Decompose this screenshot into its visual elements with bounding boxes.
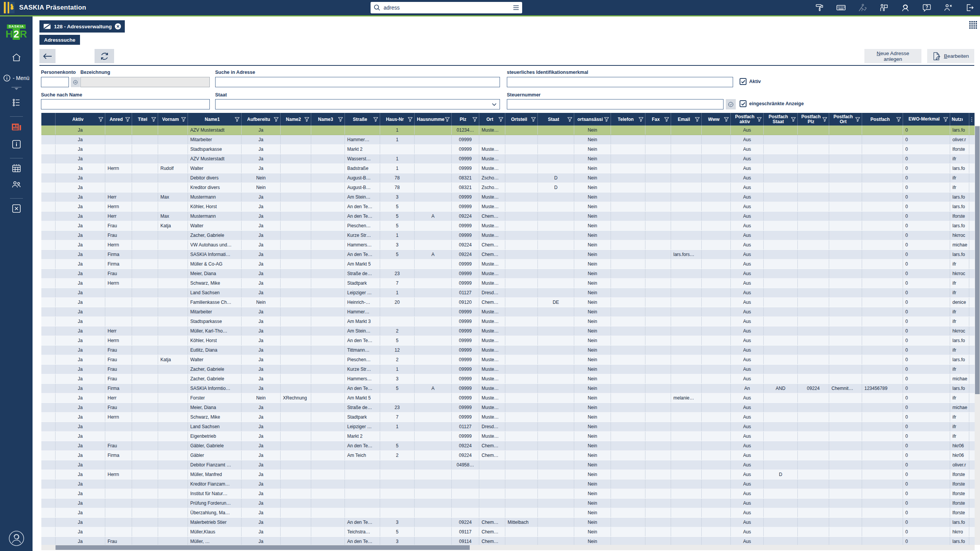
- table-row[interactable]: JaFrauGäbler, GabrieleJaAn den Te…509224…: [41, 441, 975, 451]
- column-header-telefon[interactable]: Telefon: [611, 113, 645, 126]
- filter-icon[interactable]: [304, 117, 309, 122]
- filter-icon[interactable]: [567, 117, 572, 122]
- table-row[interactable]: JaKreditor diversNeinAugust-B…7808321Zsc…: [41, 183, 975, 192]
- column-header-ort[interactable]: Ort: [479, 113, 505, 126]
- table-row[interactable]: JaHerrnSchwarz, MikeJaStadtpark709999Mus…: [41, 279, 975, 288]
- filter-icon[interactable]: [757, 117, 762, 122]
- staat-select[interactable]: [215, 99, 500, 109]
- suche-in-adresse-input[interactable]: [215, 77, 500, 87]
- table-row[interactable]: JaStadtsparkasseJaAm Markt 309999Muste…N…: [41, 317, 975, 326]
- table-row[interactable]: JaStadtsparkasseJaMarkt 209999Muste…Nein…: [41, 145, 975, 154]
- column-header-hausnr[interactable]: Haus-Nr: [380, 113, 415, 126]
- table-row[interactable]: JaAZV MusterstadtJa101234…Muste…NeinAus0…: [41, 126, 975, 135]
- filter-icon[interactable]: [724, 117, 729, 122]
- column-header-nutzer[interactable]: Nutze: [950, 113, 969, 126]
- column-header-ortsteil[interactable]: Ortsteil: [505, 113, 538, 126]
- column-header-postfach[interactable]: Postfach: [862, 113, 903, 126]
- steuer-id-input[interactable]: [507, 77, 733, 87]
- column-header-aufbereitung[interactable]: Aufbereitu: [242, 113, 281, 126]
- horizontal-scrollbar-thumb[interactable]: [56, 545, 470, 550]
- tab-adresssuche[interactable]: Adresssuche: [39, 35, 80, 45]
- sidebar-item-home[interactable]: [8, 52, 25, 63]
- user-headset-icon[interactable]: [900, 3, 910, 13]
- filter-icon[interactable]: [181, 117, 186, 122]
- tab-adressverwaltung[interactable]: 128 - Adressverwaltung ✕: [39, 20, 125, 33]
- column-header-aktiv[interactable]: Aktiv: [56, 113, 105, 126]
- user-flag-icon[interactable]: [879, 3, 889, 13]
- horizontal-scrollbar[interactable]: [41, 545, 975, 550]
- table-row[interactable]: JaLand SachsenJaLeipziger …101127Dresd…N…: [41, 288, 975, 298]
- filter-icon[interactable]: [125, 117, 130, 122]
- table-row[interactable]: JaHerrMaxMustermannJaAm Stein…309999Must…: [41, 192, 975, 202]
- table-row[interactable]: JaFrauZacher, GabrieleJaHammers…309999Mu…: [41, 374, 975, 384]
- filter-icon[interactable]: [408, 117, 413, 122]
- column-header-postfach_aktiv[interactable]: Postfach aktiv: [731, 113, 764, 126]
- aktiv-checkbox[interactable]: [740, 78, 746, 85]
- filter-icon[interactable]: [604, 117, 609, 122]
- table-row[interactable]: JaAZV MusterstadtJaWasserst…109999Muste……: [41, 154, 975, 164]
- column-header-hausnummer[interactable]: Hausnumme: [415, 113, 452, 126]
- support-avatar-icon[interactable]: [8, 530, 24, 546]
- search-input[interactable]: [383, 4, 513, 11]
- column-header-ortsansaessig[interactable]: ortsansässi: [574, 113, 611, 126]
- filter-icon[interactable]: [943, 117, 948, 122]
- column-header-name2[interactable]: Name2: [281, 113, 311, 126]
- table-row[interactable]: JaFrauZacher, GabrieleJaKurze Str…109999…: [41, 231, 975, 240]
- search-menu-icon[interactable]: [513, 5, 519, 10]
- column-header-fax[interactable]: Fax: [645, 113, 671, 126]
- filter-icon[interactable]: [896, 117, 901, 122]
- table-row[interactable]: JaFrauZacher, GabrieleJaKurze Str…109999…: [41, 365, 975, 374]
- table-row[interactable]: JaHerrMüller, Karl-Tho…JaAm Stein…209999…: [41, 326, 975, 336]
- table-row[interactable]: JaFrauKatjaWalterJaPieschen…509999Muste……: [41, 221, 975, 231]
- table-row[interactable]: JaHerrMaxMustermannJaAn den Te…5A09224Ch…: [41, 212, 975, 221]
- keyboard-icon[interactable]: [836, 3, 846, 13]
- back-button[interactable]: [39, 49, 56, 63]
- new-address-button[interactable]: Neue Adresse anlegen: [864, 49, 921, 63]
- column-header-anrede[interactable]: Anred: [105, 113, 132, 126]
- table-row[interactable]: JaHerrnSchwarz, MikeJaStadtpark709999Mus…: [41, 412, 975, 422]
- table-row[interactable]: JaFirmaGäblerJaAm Teich209224Chem…NeinAu…: [41, 451, 975, 460]
- apps-grid-icon[interactable]: [969, 21, 977, 30]
- table-row[interactable]: JaMitarbeiterJaHammer…09999Muste…NeinAus…: [41, 307, 975, 317]
- table-row[interactable]: JaHerrnMüller, ManfredJaNeinAusD0lforste: [41, 470, 975, 479]
- column-header-titel[interactable]: Titel: [132, 113, 158, 126]
- theme-paint-icon[interactable]: [815, 3, 825, 13]
- filter-icon[interactable]: [855, 117, 860, 122]
- table-row[interactable]: JaDebitor diversNeinAugust-B…7808321Zsch…: [41, 173, 975, 183]
- table-row[interactable]: JaHerrnKöhler, HorstJaAn den Te…509999Mu…: [41, 202, 975, 212]
- refresh-button[interactable]: [95, 49, 114, 63]
- column-header-strasse[interactable]: Straße: [345, 113, 380, 126]
- filter-icon[interactable]: [822, 117, 827, 122]
- menu-collapse-icon[interactable]: [11, 85, 22, 92]
- table-row[interactable]: JaInstitut für Natur…JaNeinAus0lforste: [41, 489, 975, 499]
- filter-icon[interactable]: [373, 117, 378, 122]
- filter-icon[interactable]: [151, 117, 156, 122]
- restricted-checkbox[interactable]: [740, 100, 746, 107]
- sidebar-item-info[interactable]: [8, 139, 25, 150]
- table-row[interactable]: JaFrauMeier, DianaJaStraße de…2309999Mus…: [41, 403, 975, 412]
- table-row[interactable]: JaPrüfung Forderun…JaNeinAus0lforste: [41, 499, 975, 508]
- table-row[interactable]: JaFirmaSASKIA Informati…JaAn den Te…5A09…: [41, 250, 975, 259]
- table-row[interactable]: JaFrauMüller, …JaAn den Te…309114Chem…Ne…: [41, 537, 975, 545]
- sidebar-item-close[interactable]: [8, 203, 25, 214]
- personenkonto-input[interactable]: [41, 77, 69, 87]
- column-header-name3[interactable]: Name3: [311, 113, 345, 126]
- filter-icon[interactable]: [445, 117, 450, 122]
- table-row[interactable]: JaKreditor Fianzam…JaNeinAus0lforste: [41, 479, 975, 489]
- help-chat-icon[interactable]: [922, 3, 932, 13]
- filter-icon[interactable]: [531, 117, 536, 122]
- filter-icon[interactable]: [498, 117, 503, 122]
- edit-button[interactable]: Bearbeiten: [927, 49, 974, 63]
- personenkonto-go-button[interactable]: [71, 77, 80, 87]
- filter-icon[interactable]: [695, 117, 700, 122]
- filter-icon[interactable]: [472, 117, 477, 122]
- table-row[interactable]: JaHerrForsterNeinXRechnungAm Markt 50999…: [41, 393, 975, 403]
- global-search[interactable]: [371, 2, 522, 13]
- column-header-postfach_plz[interactable]: Postfach Plz: [798, 113, 829, 126]
- table-row[interactable]: JaFirmaMüller & Co-AGJaAm Markt 509999Mu…: [41, 259, 975, 269]
- filter-icon[interactable]: [664, 117, 669, 122]
- sidebar-item-addresses[interactable]: [8, 122, 25, 133]
- column-header-plz[interactable]: Plz: [452, 113, 479, 126]
- filter-icon[interactable]: [98, 117, 103, 122]
- filter-icon[interactable]: [274, 117, 279, 122]
